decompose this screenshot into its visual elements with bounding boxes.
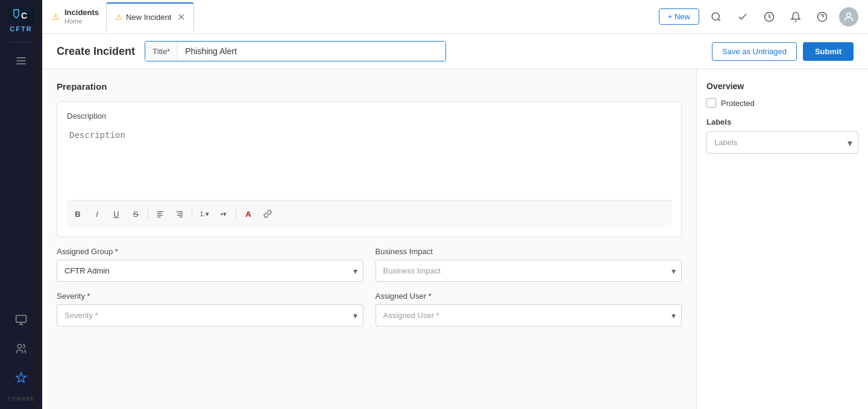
submit-button[interactable]: Submit xyxy=(803,42,854,61)
spinner-button[interactable] xyxy=(760,7,779,27)
tab-label: New Incident xyxy=(126,13,171,22)
bold-button[interactable]: B xyxy=(69,205,86,222)
labels-select[interactable]: Labels xyxy=(706,131,858,154)
description-card: Description B I U S 1.▾ •▾ xyxy=(57,101,682,237)
user-avatar[interactable] xyxy=(839,7,858,27)
overview-title: Overview xyxy=(706,81,858,91)
toolbar-sep-2 xyxy=(192,208,192,220)
form-row-1: Assigned Group * CFTR Admin ▾ Business I… xyxy=(57,247,682,282)
assigned-group-label: Assigned Group * xyxy=(57,247,363,256)
title-label: Title* xyxy=(145,42,178,61)
check-button[interactable] xyxy=(733,7,752,27)
main-area: ⚠ Incidents Home ⚠ New Incident ✕ + New xyxy=(42,0,868,409)
breadcrumb-icon: ⚠ xyxy=(52,12,60,22)
svg-point-9 xyxy=(17,345,22,349)
section-title: Preparation xyxy=(57,81,682,92)
svg-rect-23 xyxy=(177,215,183,216)
breadcrumb-sub: Home xyxy=(64,17,99,25)
title-input[interactable] xyxy=(178,42,445,61)
italic-button[interactable]: I xyxy=(89,205,105,222)
protected-row: Protected xyxy=(706,98,858,108)
header-actions: Save as Untriaged Submit xyxy=(712,42,854,61)
sidebar-cyware-label: CYWARE xyxy=(7,396,34,402)
page-header: Create Incident Title* Save as Untriaged… xyxy=(42,34,868,69)
active-tab[interactable]: ⚠ New Incident ✕ xyxy=(106,2,194,31)
description-textarea[interactable] xyxy=(67,125,671,198)
svg-point-11 xyxy=(712,13,719,20)
underline-button[interactable]: U xyxy=(108,205,125,222)
save-untriaged-button[interactable]: Save as Untriaged xyxy=(712,42,797,61)
sidebar-divider xyxy=(9,42,33,43)
new-button[interactable]: + New xyxy=(659,8,699,25)
breadcrumb-text: Incidents Home xyxy=(64,8,99,25)
cyware-logo-icon: C xyxy=(8,7,34,24)
content-area: Preparation Description B I U S xyxy=(42,69,868,409)
severity-select-wrap: Severity * ▾ xyxy=(57,304,363,326)
sidebar-item-monitor[interactable] xyxy=(10,309,32,331)
form-row-2: Severity * Severity * ▾ Assigned User * … xyxy=(57,292,682,326)
svg-rect-20 xyxy=(157,217,161,217)
protected-checkbox[interactable] xyxy=(706,98,716,108)
protected-label: Protected xyxy=(721,99,755,108)
toolbar-sep-1 xyxy=(148,208,148,220)
title-field-wrap: Title* xyxy=(145,41,446,61)
assigned-user-select[interactable]: Assigned User * xyxy=(376,304,682,326)
svg-rect-22 xyxy=(178,213,183,214)
severity-field: Severity * Severity * ▾ xyxy=(57,292,363,326)
business-impact-select-wrap: Business Impact ▾ xyxy=(376,260,682,282)
severity-label: Severity * xyxy=(57,292,363,301)
strikethrough-button[interactable]: S xyxy=(127,205,144,222)
svg-marker-10 xyxy=(16,373,27,382)
right-sidebar: Overview Protected Labels Labels ▾ xyxy=(696,69,868,409)
assigned-group-select-wrap: CFTR Admin ▾ xyxy=(57,260,363,282)
assigned-group-select[interactable]: CFTR Admin xyxy=(57,260,363,282)
business-impact-label: Business Impact xyxy=(376,247,682,256)
severity-select[interactable]: Severity * xyxy=(57,304,363,326)
align-left-button[interactable] xyxy=(152,205,169,222)
assigned-user-select-wrap: Assigned User * ▾ xyxy=(376,304,682,326)
tab-icon: ⚠ xyxy=(115,13,122,22)
brand-label: CFTR xyxy=(10,25,32,33)
svg-point-16 xyxy=(847,13,851,17)
bell-button[interactable] xyxy=(786,7,805,27)
sidebar-item-cyware[interactable] xyxy=(10,367,32,389)
svg-text:C: C xyxy=(21,11,27,20)
topnav: ⚠ Incidents Home ⚠ New Incident ✕ + New xyxy=(42,0,868,34)
editor-toolbar: B I U S 1.▾ •▾ A xyxy=(67,200,671,227)
assigned-group-field: Assigned Group * CFTR Admin ▾ xyxy=(57,247,363,282)
search-button[interactable] xyxy=(706,7,726,27)
link-button[interactable] xyxy=(259,205,276,222)
assigned-user-label: Assigned User * xyxy=(376,292,682,301)
svg-rect-18 xyxy=(157,213,162,214)
business-impact-select[interactable]: Business Impact xyxy=(376,260,682,282)
breadcrumb-main: Incidents xyxy=(64,8,99,17)
svg-line-12 xyxy=(718,19,720,20)
toolbar-sep-3 xyxy=(236,208,236,220)
assigned-user-field: Assigned User * Assigned User * ▾ xyxy=(376,292,682,326)
sidebar-item-users[interactable] xyxy=(10,338,32,360)
main-content: Preparation Description B I U S xyxy=(42,69,696,409)
font-color-button[interactable]: A xyxy=(240,205,257,222)
svg-rect-24 xyxy=(179,217,183,217)
sidebar-bottom: CYWARE xyxy=(7,307,34,402)
sidebar: C CFTR CYWARE xyxy=(0,0,42,409)
help-button[interactable] xyxy=(813,7,832,27)
ordered-list-button[interactable]: 1.▾ xyxy=(196,205,213,222)
svg-rect-6 xyxy=(16,316,27,323)
labels-select-wrap: Labels ▾ xyxy=(706,131,858,154)
labels-title: Labels xyxy=(706,117,858,126)
business-impact-field: Business Impact Business Impact ▾ xyxy=(376,247,682,282)
svg-rect-17 xyxy=(157,211,164,212)
svg-rect-19 xyxy=(157,215,163,216)
tab-close-button[interactable]: ✕ xyxy=(177,13,185,22)
breadcrumb: ⚠ Incidents Home xyxy=(52,8,99,25)
topnav-actions: + New xyxy=(659,7,868,27)
sidebar-item-menu[interactable] xyxy=(10,50,32,72)
unordered-list-button[interactable]: •▾ xyxy=(215,205,232,222)
page-title: Create Incident xyxy=(57,45,135,58)
align-right-button[interactable] xyxy=(171,205,188,222)
description-label: Description xyxy=(67,111,671,120)
logo-area: C CFTR xyxy=(8,7,34,33)
svg-rect-21 xyxy=(177,211,183,212)
